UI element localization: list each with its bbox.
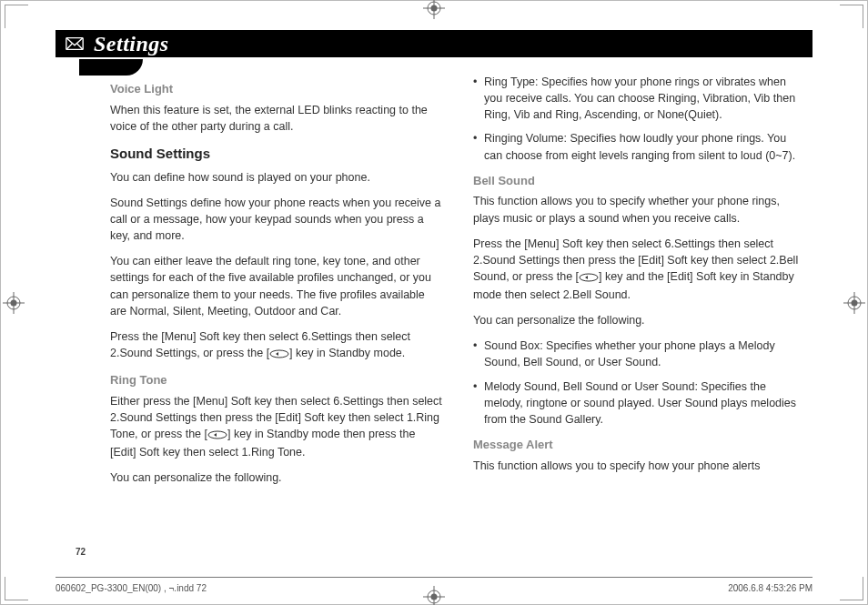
footer-bar: 060602_PG-3300_EN(00) , ¬.indd 72 2006.6… <box>56 577 812 593</box>
body-text: Either press the [Menu] Soft key then se… <box>110 393 442 461</box>
body-text: Sound Settings define how your phone rea… <box>110 195 442 244</box>
crop-mark <box>840 577 863 600</box>
heading-voice-light: Voice Light <box>110 81 442 98</box>
section-header: Settings <box>56 30 812 57</box>
svg-point-19 <box>580 274 598 281</box>
crop-mark <box>5 5 28 28</box>
body-text: This function allows you to specify how … <box>473 458 805 474</box>
bullet-list: Ring Type: Specifies how your phone ring… <box>473 74 805 164</box>
header-tab-edge <box>79 59 143 76</box>
list-item: Ring Type: Specifies how your phone ring… <box>473 74 805 123</box>
bullet-list: Sound Box: Specifies whether your phone … <box>473 338 805 428</box>
heading-bell-sound: Bell Sound <box>473 173 805 190</box>
body-text: You can either leave the default ring to… <box>110 253 442 319</box>
list-item: Melody Sound, Bell Sound or User Sound: … <box>473 378 805 428</box>
heading-sound-settings: Sound Settings <box>110 144 442 164</box>
body-text: Press the [Menu] Soft key then select 6.… <box>473 236 805 304</box>
body-text: You can personalize the following. <box>110 469 442 486</box>
body-text: You can personalize the following. <box>473 312 805 328</box>
svg-point-18 <box>208 431 227 439</box>
nav-key-icon <box>269 347 289 363</box>
registration-mark-icon <box>3 292 25 314</box>
heading-ring-tone: Ring Tone <box>110 372 442 389</box>
footer-filename: 060602_PG-3300_EN(00) , ¬.indd 72 <box>56 583 207 593</box>
body-text: You can define how sound is played on yo… <box>110 169 442 186</box>
footer-timestamp: 2006.6.8 4:53:26 PM <box>728 583 812 593</box>
crop-mark <box>840 5 863 28</box>
list-item: Ringing Volume: Specifies how loudly you… <box>473 130 805 163</box>
list-item: Sound Box: Specifies whether your phone … <box>473 338 805 370</box>
nav-key-icon <box>207 428 227 444</box>
page-content: Settings Voice Light When this feature i… <box>56 30 812 557</box>
manual-page: Settings Voice Light When this feature i… <box>0 0 868 605</box>
body-text: This function allows you to specify whet… <box>473 193 805 226</box>
page-number: 72 <box>76 547 86 557</box>
registration-mark-icon <box>423 0 445 19</box>
crop-mark <box>5 577 28 600</box>
right-column: Ring Type: Specifies how your phone ring… <box>473 74 805 496</box>
body-text: When this feature is set, the external L… <box>110 102 442 135</box>
section-title: Settings <box>94 32 169 56</box>
left-column: Voice Light When this feature is set, th… <box>110 74 442 496</box>
heading-message-alert: Message Alert <box>473 437 805 454</box>
envelope-icon <box>63 32 86 55</box>
body-text: Press the [Menu] Soft key then select 6.… <box>110 328 442 363</box>
nav-key-icon <box>579 270 599 287</box>
svg-point-17 <box>270 350 288 358</box>
registration-mark-icon <box>843 292 865 314</box>
body-text-span: ] key in Standby mode. <box>289 347 405 359</box>
